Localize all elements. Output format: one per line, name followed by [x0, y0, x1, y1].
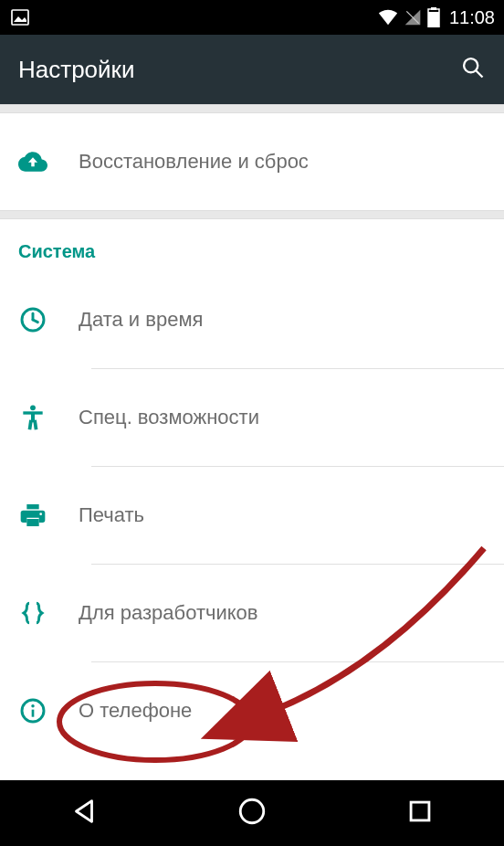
- nav-home-button[interactable]: [236, 796, 268, 830]
- image-icon: [9, 6, 31, 28]
- nav-back-button[interactable]: [68, 796, 100, 830]
- settings-item-accessibility[interactable]: Спец. возможности: [0, 369, 504, 466]
- status-time: 11:08: [449, 7, 495, 28]
- recent-apps-icon: [404, 796, 436, 827]
- back-icon: [68, 796, 100, 827]
- svg-line-6: [477, 71, 483, 78]
- item-label: Печать: [79, 503, 144, 527]
- status-right: 11:08: [378, 7, 495, 28]
- settings-item-printing[interactable]: Печать: [0, 467, 504, 564]
- clock-icon: [18, 305, 47, 334]
- section-label: Система: [18, 241, 486, 262]
- item-label: Спец. возможности: [79, 406, 259, 429]
- home-icon: [236, 796, 268, 827]
- svg-point-17: [39, 513, 42, 515]
- battery-icon: [427, 7, 440, 27]
- section-gap: [0, 104, 504, 113]
- svg-rect-15: [26, 504, 38, 509]
- page-title: Настройки: [18, 56, 135, 84]
- search-button[interactable]: [460, 55, 486, 84]
- printer-icon: [18, 501, 47, 530]
- status-bar: 11:08: [0, 0, 504, 35]
- svg-rect-14: [33, 419, 37, 429]
- status-left: [9, 6, 31, 28]
- settings-item-developer[interactable]: Для разработчиков: [0, 565, 504, 661]
- svg-point-19: [31, 704, 34, 707]
- svg-rect-16: [26, 519, 38, 526]
- svg-point-21: [240, 799, 264, 823]
- svg-point-5: [464, 58, 478, 72]
- svg-rect-13: [28, 419, 33, 429]
- svg-rect-4: [428, 12, 439, 27]
- braces-icon: [18, 598, 47, 628]
- navigation-bar: [0, 780, 504, 846]
- section-gap: [0, 210, 504, 219]
- info-icon: [18, 696, 47, 725]
- svg-point-10: [30, 405, 36, 410]
- item-label: Восстановление и сброс: [79, 150, 309, 174]
- wifi-icon: [378, 7, 398, 27]
- item-label: О телефоне: [79, 699, 192, 723]
- signal-icon: [404, 7, 422, 27]
- nav-recents-button[interactable]: [404, 796, 436, 830]
- svg-rect-20: [32, 710, 35, 717]
- item-label: Для разработчиков: [79, 601, 258, 625]
- item-label: Дата и время: [79, 308, 203, 332]
- app-bar: Настройки: [0, 35, 504, 104]
- svg-rect-0: [12, 10, 28, 25]
- settings-item-about-phone[interactable]: О телефоне: [0, 662, 504, 759]
- settings-item-backup-reset[interactable]: Восстановление и сброс: [0, 113, 504, 210]
- settings-item-date-time[interactable]: Дата и время: [0, 271, 504, 368]
- svg-rect-3: [431, 7, 436, 10]
- section-header-system: Система: [0, 219, 504, 271]
- accessibility-icon: [18, 403, 47, 432]
- svg-line-9: [33, 320, 37, 323]
- search-icon: [460, 55, 486, 80]
- svg-rect-22: [411, 802, 429, 820]
- cloud-upload-icon: [18, 147, 47, 176]
